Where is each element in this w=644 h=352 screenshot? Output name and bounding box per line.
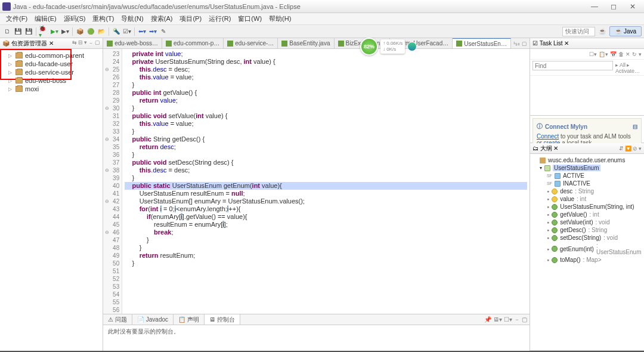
open-type-button[interactable]: 📂: [97, 27, 106, 36]
minimize-view-icon[interactable]: －: [88, 39, 94, 47]
maximize-view-icon[interactable]: ▢: [95, 39, 100, 47]
task-find-input[interactable]: [532, 61, 613, 70]
main-toolbar: 🗋 💾 💾 🐞▾ ▶▾ ▶▾ 📦 🟢 📂 🔦 ☑▾ ⬅▾ ➡▾ ✎ ☕ ☕ Ja…: [0, 25, 644, 38]
outline-tab[interactable]: 🗂 大纲 ✕ ⇵ 🔽 ⊘ ▾: [530, 143, 644, 154]
display-console-icon[interactable]: 🖥▾: [493, 316, 502, 323]
bottom-panel: ⚠ 问题📄 Javadoc📋 声明🖥 控制台📌🖥▾☐▾－▢ 此时没有要显示的控制…: [103, 314, 530, 351]
task-new-icon[interactable]: ☐▾: [589, 51, 597, 57]
info-icon: ⓘ: [537, 122, 543, 131]
project-edu-common-parent[interactable]: ▷edu-common-parent: [2, 51, 100, 60]
outline-member-INACTIVE[interactable]: SF INACTIVE: [532, 180, 642, 187]
outline-icon: 🗂: [532, 145, 538, 152]
link-editor-icon[interactable]: ⇆: [72, 39, 77, 47]
bottom-tab-问题[interactable]: ⚠ 问题: [103, 314, 132, 325]
new-package-button[interactable]: 📦: [75, 27, 85, 36]
menu-重构(T)[interactable]: 重构(T): [89, 14, 117, 23]
menu-帮助(H)[interactable]: 帮助(H): [265, 14, 295, 23]
minimize-button[interactable]: —: [586, 1, 603, 12]
outline-member-getEnum(int)[interactable]: ● getEnum(int) : UserStatusEnum: [532, 242, 642, 256]
collapse-all-icon[interactable]: ⊟: [78, 39, 83, 47]
package-explorer-view: 📦 包资源管理器 ✕ ⇆ ⊟ ▾ － ▢ ▷edu-common-parent▷…: [0, 38, 103, 351]
task-sync-icon[interactable]: ↻: [632, 51, 637, 57]
outline-member-UserStatusEnum(String, int)[interactable]: ● UserStatusEnum(String, int): [532, 203, 642, 211]
editor-tab-2[interactable]: edu-service-…: [224, 38, 278, 48]
task-menu-icon[interactable]: ▾: [639, 51, 642, 57]
java-perspective-button[interactable]: ☕ Java: [609, 26, 642, 36]
run-button[interactable]: ▶▾: [49, 27, 59, 36]
outline-member-value[interactable]: ● value : int: [532, 195, 642, 203]
package-explorer-icon: 📦: [2, 40, 10, 47]
outline-member-setDesc(String)[interactable]: ● setDesc(String) : void: [532, 234, 642, 242]
task-collapse-icon[interactable]: ✕: [626, 51, 630, 57]
menu-编辑(E)[interactable]: 编辑(E): [31, 14, 60, 23]
task-categorize-icon[interactable]: 📋▾: [599, 51, 608, 57]
outline-member-ACTIVE[interactable]: SF ACTIVE: [532, 172, 642, 180]
bottom-tab-声明[interactable]: 📋 声明: [174, 314, 205, 325]
outline-member-desc[interactable]: ● desc : String: [532, 187, 642, 195]
menu-运行(R)[interactable]: 运行(R): [205, 14, 234, 23]
menu-源码(S)[interactable]: 源码(S): [60, 14, 89, 23]
project-edu-web-boss[interactable]: ▷edu-web-boss: [2, 76, 100, 85]
open-perspective-button[interactable]: ☕: [597, 27, 607, 36]
editor-tab-1[interactable]: edu-common-p…: [162, 38, 224, 48]
memory-badge: 82%: [360, 38, 378, 55]
max-console-icon[interactable]: ▢: [522, 316, 527, 323]
outline-member-toMap()[interactable]: ● toMap() : Map>: [532, 256, 642, 264]
menu-窗口(W)[interactable]: 窗口(W): [234, 14, 265, 23]
menu-项目(P)[interactable]: 项目(P): [176, 14, 205, 23]
task-list-tab[interactable]: ☑ Task List ✕: [530, 38, 644, 49]
forward-button[interactable]: ➡▾: [148, 27, 157, 36]
package-explorer-tab[interactable]: 📦 包资源管理器 ✕ ⇆ ⊟ ▾ － ▢: [0, 38, 103, 49]
run-last-button[interactable]: ▶▾: [60, 27, 70, 36]
maximize-button[interactable]: ◻: [605, 1, 623, 12]
outline-sort-icon[interactable]: ⇵: [619, 146, 624, 152]
project-edu-facade-user[interactable]: ▷edu-facade-user: [2, 60, 100, 68]
view-menu-icon[interactable]: ▾: [84, 39, 87, 47]
menu-搜索(A)[interactable]: 搜索(A): [147, 14, 177, 23]
debug-button[interactable]: 🐞▾: [39, 27, 48, 36]
outline-member-getDesc()[interactable]: ● getDesc() : String: [532, 226, 642, 234]
new-button[interactable]: 🗋: [2, 27, 12, 36]
system-monitor-overlay[interactable]: 82% ↑ 0.06K/s ↓ 0K/s: [360, 38, 417, 55]
tab-overflow[interactable]: ¹₁₈: [513, 41, 520, 47]
line-gutter: 2324⊖2526272829⊖30313233⊖34353637⊖383940…: [103, 49, 122, 314]
editor-tab-3[interactable]: BaseEntity.java: [278, 38, 334, 48]
pin-console-icon[interactable]: 📌: [484, 316, 491, 323]
bottom-tab-Javadoc[interactable]: 📄 Javadoc: [132, 314, 174, 325]
open-console-icon[interactable]: ☐▾: [504, 316, 512, 323]
project-moxi[interactable]: ▷moxi: [2, 85, 100, 93]
search-button[interactable]: 🔦: [112, 27, 121, 36]
mylyn-connect-link[interactable]: Connect: [537, 133, 559, 140]
new-class-button[interactable]: 🟢: [86, 27, 95, 36]
outline-menu-icon[interactable]: ▾: [639, 146, 642, 152]
editor-tabs: edu-web-boss…edu-common-p…edu-service-…B…: [103, 38, 530, 49]
outline-tree[interactable]: wusc.edu.facade.user.enums▾UserStatusEnu…: [530, 154, 644, 266]
menu-导航(N)[interactable]: 导航(N): [117, 14, 147, 23]
console-content: 此时没有要显示的控制台。: [103, 325, 530, 338]
task-filter-icon[interactable]: 🗑: [618, 51, 624, 57]
save-all-button[interactable]: 💾: [24, 27, 33, 36]
menu-文件(F)[interactable]: 文件(F): [2, 14, 31, 23]
outline-member-getValue()[interactable]: ● getValue() : int: [532, 211, 642, 218]
outline-filter-icon[interactable]: 🔽: [625, 146, 631, 152]
bottom-tab-控制台[interactable]: 🖥 控制台: [205, 314, 240, 325]
toggle-search-button[interactable]: ☑▾: [122, 27, 132, 36]
back-button[interactable]: ⬅▾: [137, 27, 147, 36]
outline-package[interactable]: wusc.edu.facade.user.enums: [532, 156, 642, 164]
close-button[interactable]: ✕: [624, 1, 642, 12]
outline-hide-icon[interactable]: ⊘: [633, 146, 637, 152]
save-button[interactable]: 💾: [13, 27, 23, 36]
outline-member-setValue(int)[interactable]: ● setValue(int) : void: [532, 218, 642, 226]
editor-tab-6[interactable]: UserStatusEn…: [453, 38, 511, 48]
min-console-icon[interactable]: －: [514, 316, 520, 324]
outline-type[interactable]: ▾UserStatusEnum: [532, 164, 642, 172]
task-schedule-icon[interactable]: 📅: [610, 51, 617, 57]
code-editor[interactable]: private int value; private UserStatusEnu…: [122, 49, 530, 314]
last-edit-button[interactable]: ✎: [159, 27, 168, 36]
project-edu-service-user[interactable]: ▷edu-service-user: [2, 68, 100, 76]
quick-access-input[interactable]: [562, 27, 595, 36]
maximize-editor-icon[interactable]: ▢: [522, 41, 527, 47]
browser-badge-icon: [407, 42, 417, 51]
editor-tab-0[interactable]: edu-web-boss…: [103, 38, 162, 48]
project-tree[interactable]: ▷edu-common-parent▷edu-facade-user▷edu-s…: [0, 49, 103, 95]
